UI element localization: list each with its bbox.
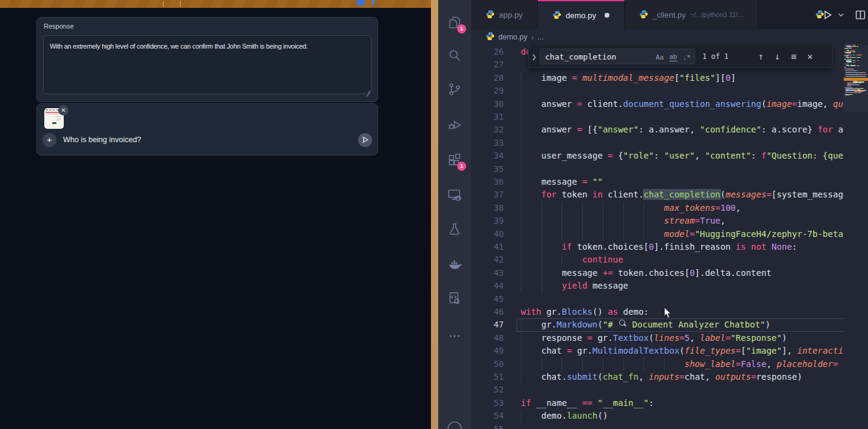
indent-guide <box>561 228 562 241</box>
textarea-resize-handle[interactable] <box>365 88 370 93</box>
source-control-icon[interactable] <box>447 81 463 97</box>
docker-icon[interactable] <box>447 256 463 272</box>
breadcrumb[interactable]: demo.py › ... <box>471 29 868 45</box>
python-file-icon <box>486 32 495 43</box>
indent-guide <box>521 188 521 201</box>
code-line-28[interactable]: 28image = multimodal_message["files"][0] <box>471 72 868 84</box>
code-line-40[interactable]: 40model="HuggingFaceH4/zephyr-7b-beta", <box>471 228 868 241</box>
code-line-43[interactable]: 43message += token.choices[0].delta.cont… <box>471 267 868 280</box>
whole-word-icon[interactable]: ab <box>670 53 677 61</box>
run-button[interactable] <box>822 10 833 20</box>
minimap[interactable] <box>844 45 868 429</box>
indent-guide <box>541 214 542 227</box>
send-button[interactable] <box>358 133 372 147</box>
indent-guide <box>521 72 521 84</box>
test-beaker-icon[interactable] <box>447 221 463 237</box>
tab-demo.py[interactable]: demo.py <box>538 0 625 29</box>
code-line-47[interactable]: 47gr.Markdown("# Document Analyzer Chatb… <box>471 318 868 331</box>
code-line-31[interactable]: 31 <box>471 111 868 123</box>
code-line-52[interactable]: 52 <box>471 383 868 396</box>
line-number: 38 <box>471 202 504 214</box>
line-number: 46 <box>471 306 504 318</box>
add-file-button[interactable]: + <box>42 133 56 147</box>
code-line-32[interactable]: 32answer = [{"answer": a.answer, "confid… <box>471 123 868 136</box>
line-number: 30 <box>471 98 504 111</box>
python-file-icon <box>486 10 495 21</box>
send-icon <box>362 136 369 143</box>
breadcrumb-more[interactable]: ... <box>537 33 543 41</box>
code-line-38[interactable]: 38max_tokens=100, <box>471 202 868 214</box>
code-text: message = "" <box>541 176 603 188</box>
remove-attachment-button[interactable]: ✕ <box>58 105 69 115</box>
indent-guide <box>643 358 644 371</box>
code-runner-icon[interactable] <box>447 290 463 306</box>
tab-client.py[interactable]: _client.py~/.../python3.11/... <box>625 0 758 29</box>
code-text: user_message = {"role": "user", "content… <box>541 149 868 162</box>
indent-guide <box>603 214 603 227</box>
find-in-selection-icon[interactable]: ≡ <box>791 51 796 62</box>
find-input[interactable]: chat_completion Aa ab .* <box>540 49 695 64</box>
code-line-42[interactable]: 42continue <box>471 253 868 266</box>
indent-guide <box>521 123 521 136</box>
chat-input[interactable]: Who is being invoiced? <box>63 136 141 144</box>
code-text: answer = client.document_question_answer… <box>541 98 868 111</box>
code-line-45[interactable]: 45 <box>471 293 868 306</box>
line-number: 27 <box>471 58 504 71</box>
code-line-41[interactable]: 41if token.choices[0].finish_reason is n… <box>471 241 868 253</box>
code-line-30[interactable]: 30answer = client.document_question_answ… <box>471 98 868 111</box>
indent-guide <box>521 253 521 266</box>
find-close-icon[interactable]: ✕ <box>807 51 813 62</box>
code-line-39[interactable]: 39stream=True, <box>471 214 868 227</box>
code-line-53[interactable]: 53if __name__ == "__main__": <box>471 397 868 410</box>
tab-label: demo.py <box>566 11 596 20</box>
indent-guide <box>623 214 624 227</box>
explorer-icon[interactable]: 1 <box>447 15 463 30</box>
regex-icon[interactable]: .* <box>683 53 691 61</box>
indent-guide <box>623 202 624 214</box>
line-number: 54 <box>471 410 504 422</box>
split-editor-button[interactable] <box>855 10 866 20</box>
code-line-33[interactable]: 33 <box>471 137 868 149</box>
indent-guide <box>561 253 562 266</box>
response-output-block: Response With an extremely high level of… <box>36 17 378 102</box>
run-debug-icon[interactable] <box>447 117 463 132</box>
find-previous-icon[interactable]: ↑ <box>758 51 764 62</box>
code-editor[interactable]: 26def chat_fn(multimodal_message):2728im… <box>471 45 868 429</box>
more-views-icon[interactable] <box>447 328 463 344</box>
find-next-icon[interactable]: ↓ <box>775 51 780 62</box>
indent-guide <box>521 163 521 176</box>
code-line-48[interactable]: 48response = gr.Textbox(lines=5, label="… <box>471 332 868 345</box>
line-number: 49 <box>471 345 504 357</box>
code-line-44[interactable]: 44yield message <box>471 280 868 292</box>
code-line-49[interactable]: 49chat = gr.MultimodalTextbox(file_types… <box>471 345 868 357</box>
match-case-icon[interactable]: Aa <box>656 53 663 61</box>
response-textarea[interactable]: With an extremely high level of confiden… <box>43 35 371 94</box>
breadcrumb-file[interactable]: demo.py <box>498 33 527 41</box>
indent-guide <box>541 253 542 266</box>
search-icon[interactable] <box>447 47 463 63</box>
line-number: 28 <box>471 72 504 84</box>
line-number: 52 <box>471 383 504 396</box>
code-line-50[interactable]: 50show_label=False, placeholder= <box>471 358 868 371</box>
vscode-window: 1 1 app.p <box>438 0 868 429</box>
modified-dot-icon[interactable] <box>605 13 609 18</box>
line-number: 53 <box>471 397 504 410</box>
python-file-icon <box>639 10 648 21</box>
code-line-55[interactable]: 55 <box>471 423 868 429</box>
extensions-icon[interactable]: 1 <box>447 152 463 168</box>
code-line-51[interactable]: 51chat.submit(chat_fn, inputs=chat, outp… <box>471 371 868 383</box>
editor-tab-bar: app.pydemo.py_client.py~/.../python3.11/… <box>471 0 868 29</box>
code-line-29[interactable]: 29 <box>471 84 868 97</box>
run-dropdown-chevron[interactable] <box>838 12 844 18</box>
code-text: for token in client.chat_completion(mess… <box>541 188 853 201</box>
find-toggle-replace-chevron[interactable]: ❯ <box>529 52 540 61</box>
remote-explorer-icon[interactable] <box>447 187 463 203</box>
code-line-37[interactable]: 37for token in client.chat_completion(me… <box>471 188 868 201</box>
account-icon[interactable] <box>447 419 463 429</box>
code-line-34[interactable]: 34user_message = {"role": "user", "conte… <box>471 149 868 162</box>
tab-app.py[interactable]: app.py <box>471 0 538 29</box>
code-line-36[interactable]: 36message = "" <box>471 176 868 188</box>
indent-guide <box>561 214 562 227</box>
code-line-54[interactable]: 54demo.launch() <box>471 410 868 422</box>
code-line-35[interactable]: 35 <box>471 163 868 176</box>
